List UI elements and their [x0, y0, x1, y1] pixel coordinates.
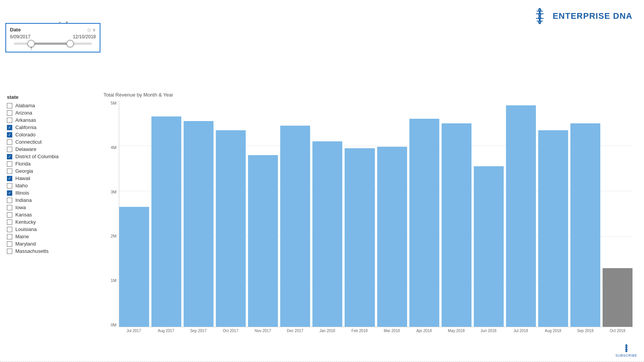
- state-label: Kansas: [15, 212, 32, 218]
- logo-area: ENTERPRISE DNA: [531, 7, 632, 25]
- state-checkbox[interactable]: [7, 249, 12, 254]
- x-axis-label: Oct 2018: [603, 327, 632, 339]
- date-filter-collapse[interactable]: ∨: [92, 27, 96, 33]
- x-axis-label: Jan 2018: [312, 327, 342, 339]
- bar: [474, 166, 504, 327]
- state-label: Illinois: [15, 190, 29, 196]
- x-axis-label: Aug 2017: [151, 327, 181, 339]
- state-checkbox[interactable]: [7, 169, 12, 174]
- slider-thumb-right[interactable]: [66, 40, 74, 48]
- state-list: AlabamaArizonaArkansasCaliforniaColorado…: [7, 102, 91, 254]
- state-checkbox[interactable]: [7, 227, 12, 232]
- state-label: Connecticut: [15, 139, 42, 145]
- bar: [280, 126, 310, 327]
- bar-group[interactable]: [216, 101, 246, 327]
- state-item[interactable]: Hawaii: [7, 175, 91, 182]
- state-checkbox[interactable]: [7, 132, 12, 138]
- x-axis-label: Oct 2017: [215, 327, 245, 339]
- state-checkbox[interactable]: [7, 118, 12, 123]
- state-item[interactable]: Idaho: [7, 182, 91, 189]
- state-item[interactable]: Connecticut: [7, 139, 91, 145]
- state-item[interactable]: Indiana: [7, 197, 91, 203]
- state-label: Massachusetts: [15, 248, 49, 254]
- state-slicer: state AlabamaArizonaArkansasCaliforniaCo…: [7, 94, 91, 254]
- state-checkbox[interactable]: [7, 198, 12, 203]
- state-checkbox[interactable]: [7, 154, 12, 159]
- bar-group[interactable]: [474, 101, 504, 327]
- state-label: Florida: [15, 161, 31, 167]
- subscribe-button[interactable]: SUBSCRIBE: [615, 344, 637, 357]
- bar-group[interactable]: [506, 101, 536, 327]
- state-item[interactable]: Iowa: [7, 204, 91, 211]
- bars-wrapper: [119, 101, 632, 327]
- x-axis-label: Feb 2018: [345, 327, 375, 339]
- state-item[interactable]: California: [7, 124, 91, 131]
- state-item[interactable]: Alabama: [7, 102, 91, 109]
- state-item[interactable]: Florida: [7, 161, 91, 167]
- state-item[interactable]: Maine: [7, 233, 91, 240]
- bar-group[interactable]: [248, 101, 278, 327]
- bar-group[interactable]: [119, 101, 149, 327]
- bar-group[interactable]: [570, 101, 600, 327]
- state-checkbox[interactable]: [7, 190, 12, 196]
- bar-group[interactable]: [442, 101, 472, 327]
- state-checkbox[interactable]: [7, 161, 12, 167]
- state-label: Delaware: [15, 146, 36, 152]
- chart-area: Total Revenue by Month & Year 5M4M3M2M1M…: [104, 92, 632, 339]
- state-item[interactable]: Arizona: [7, 110, 91, 116]
- state-label: Maine: [15, 234, 29, 239]
- state-label: Arizona: [15, 110, 32, 116]
- state-checkbox[interactable]: [7, 234, 12, 239]
- y-axis-label: 1M: [111, 278, 117, 283]
- chart-container: 5M4M3M2M1M0M Jul 2017Aug 2017Sep 2017Oct…: [104, 101, 632, 339]
- bar: [409, 119, 439, 327]
- y-axis-label: 4M: [111, 145, 117, 150]
- state-item[interactable]: District of Columbia: [7, 153, 91, 160]
- state-checkbox[interactable]: [7, 139, 12, 145]
- bar-group[interactable]: [184, 101, 214, 327]
- state-checkbox[interactable]: [7, 205, 12, 210]
- cursor-indicator: ↑: [30, 45, 33, 52]
- state-checkbox[interactable]: [7, 183, 12, 188]
- y-axis-label: 5M: [111, 101, 117, 105]
- state-label: District of Columbia: [15, 154, 59, 159]
- state-checkbox[interactable]: [7, 241, 12, 247]
- state-checkbox[interactable]: [7, 125, 12, 130]
- state-item[interactable]: Kentucky: [7, 219, 91, 225]
- state-item[interactable]: Kansas: [7, 211, 91, 218]
- state-item[interactable]: Massachusetts: [7, 248, 91, 254]
- date-filter-reset[interactable]: ◇: [87, 27, 91, 33]
- bar-group[interactable]: [409, 101, 439, 327]
- state-checkbox[interactable]: [7, 212, 12, 218]
- state-checkbox[interactable]: [7, 110, 12, 116]
- state-item[interactable]: Georgia: [7, 168, 91, 174]
- date-filter-title: Date: [10, 27, 21, 33]
- state-checkbox[interactable]: [7, 176, 12, 181]
- state-checkbox[interactable]: [7, 103, 12, 108]
- state-checkbox[interactable]: [7, 147, 12, 152]
- bar-group[interactable]: [377, 101, 407, 327]
- y-axis: 5M4M3M2M1M0M: [104, 101, 119, 327]
- bar-group[interactable]: [312, 101, 342, 327]
- logo-text: ENTERPRISE DNA: [553, 11, 632, 21]
- bar-group[interactable]: [538, 101, 568, 327]
- state-label: Indiana: [15, 197, 32, 203]
- state-item[interactable]: Arkansas: [7, 117, 91, 123]
- x-axis: Jul 2017Aug 2017Sep 2017Oct 2017Nov 2017…: [119, 327, 632, 339]
- bar-group[interactable]: [345, 101, 375, 327]
- state-item[interactable]: Delaware: [7, 146, 91, 152]
- bar-group[interactable]: [151, 101, 181, 327]
- x-axis-label: Jul 2017: [119, 327, 149, 339]
- date-filter-topbar: Date ◇ ∨: [10, 27, 96, 33]
- state-item[interactable]: Illinois: [7, 190, 91, 196]
- date-slider-track[interactable]: ↑: [14, 43, 92, 45]
- bar: [538, 130, 568, 327]
- state-item[interactable]: Colorado: [7, 131, 91, 138]
- state-label: Georgia: [15, 168, 33, 174]
- bar-group[interactable]: [603, 101, 632, 327]
- state-checkbox[interactable]: [7, 219, 12, 225]
- state-item[interactable]: Louisiana: [7, 226, 91, 233]
- bar-group[interactable]: [280, 101, 310, 327]
- bar: [119, 207, 149, 327]
- state-item[interactable]: Maryland: [7, 241, 91, 247]
